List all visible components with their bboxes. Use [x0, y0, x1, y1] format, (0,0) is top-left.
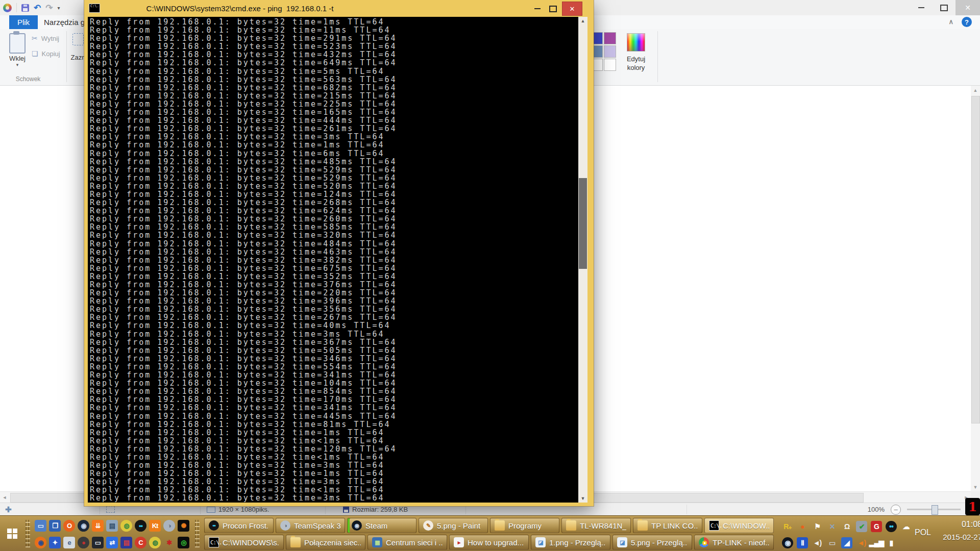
hand-tool-icon[interactable]: ✱	[163, 537, 175, 548]
language-indicator[interactable]: POL	[915, 528, 931, 537]
flag-icon[interactable]: ⚑	[812, 521, 823, 532]
cmd-titlebar[interactable]: C:\. C:\WINDOWS\system32\cmd.exe - ping …	[84, 0, 594, 17]
steam-tray-icon[interactable]: ◉	[782, 537, 793, 548]
record-icon[interactable]: ●	[78, 537, 89, 548]
cmd-body: Reply from 192.168.0.1: bytes=32 time=1m…	[88, 17, 587, 503]
loudness-icon[interactable]: ◄)	[856, 537, 867, 548]
mic-muted-icon[interactable]: ✕	[826, 521, 838, 532]
edit-colors-button[interactable]: Edytuj kolory	[621, 32, 651, 72]
teamspeak-icon[interactable]: ◑	[163, 520, 175, 532]
console-line: Reply from 192.168.0.1: bytes=32 time=44…	[90, 116, 578, 124]
notification-badge[interactable]: 1	[965, 498, 980, 515]
taskbar-button[interactable]: Połączenia siec...	[286, 535, 365, 550]
close-button[interactable]: ✕	[562, 2, 582, 16]
taskbar-button[interactable]: ◪5.png - Przeglą...	[612, 535, 692, 550]
console-output[interactable]: Reply from 192.168.0.1: bytes=32 time=1m…	[88, 17, 578, 503]
scroll-up-icon[interactable]: ▲	[971, 86, 980, 94]
globe-utility-icon[interactable]: ◍	[120, 520, 132, 532]
minimize-button[interactable]	[910, 0, 933, 15]
color-swatch[interactable]	[604, 45, 616, 58]
cut-button[interactable]: ✂ Wytnij	[32, 34, 60, 42]
onedrive-cloud-icon[interactable]: ☁	[900, 521, 912, 532]
zoom-slider-thumb[interactable]	[932, 505, 938, 515]
ribbon-collapse-icon[interactable]: ∧	[948, 18, 953, 26]
ccleaner-icon[interactable]: C	[135, 537, 146, 548]
power-plug-icon[interactable]: ▮	[886, 537, 897, 548]
console-scroll-thumb[interactable]	[579, 178, 587, 269]
paste-button[interactable]: Wklej ▾	[6, 31, 29, 75]
console-scrollbar[interactable]: ▲ ▼	[578, 17, 587, 503]
tab-home[interactable]: Narzędzia głó	[44, 15, 91, 29]
steam-icon[interactable]: ◉	[78, 520, 89, 532]
movie-maker-icon[interactable]: ▤	[106, 520, 118, 532]
toolbar-dropdown-icon[interactable]: ▾	[58, 5, 60, 11]
sync-app-icon[interactable]: Ⅱ	[797, 537, 808, 548]
taskbar-grip[interactable]	[26, 520, 30, 547]
tab-file[interactable]: Plik	[9, 15, 38, 29]
taskbar-button[interactable]: ••Procon Frost...	[204, 518, 274, 533]
help-icon[interactable]: ?	[962, 17, 972, 27]
e-app-icon[interactable]: e	[63, 537, 75, 548]
taskbar-button[interactable]: ◉Steam	[347, 518, 416, 533]
taskbar-button-label: 5.png - Paint	[437, 521, 480, 530]
maximize-button[interactable]	[546, 2, 560, 15]
remote-desktop-icon[interactable]: ▭	[35, 520, 46, 532]
vertical-scrollbar[interactable]: ▲ ▼	[971, 86, 980, 491]
origin-tray-icon[interactable]: ●	[797, 521, 808, 532]
taskbar-button[interactable]: TP LINK CO...	[633, 518, 702, 533]
clock[interactable]: 01:08 2015-02-27	[935, 520, 980, 541]
kt3-icon[interactable]: Kt	[149, 520, 161, 532]
blue-app-icon[interactable]: ✦	[49, 537, 61, 548]
procon-robot-icon[interactable]: ••	[135, 520, 146, 532]
updates-check-icon[interactable]: ✔	[856, 521, 867, 532]
select-button[interactable]: Zazn	[70, 33, 86, 61]
zoom-slider[interactable]	[907, 509, 961, 510]
volume-icon[interactable]: ◄)	[812, 537, 823, 548]
teamviewer-icon[interactable]: ⇄	[106, 537, 118, 548]
taskbar-button-row2: C:\.C:\WINDOWS\s...Połączenia siec...▦Ce…	[204, 535, 774, 550]
firefox-icon[interactable]: ◉	[35, 537, 46, 548]
dolby-icon[interactable]: ◢	[841, 537, 852, 548]
vertical-scroll-thumb[interactable]	[971, 96, 980, 423]
floppy-save-icon[interactable]: ▤	[120, 537, 132, 548]
bell-icon[interactable]: Ω	[841, 521, 852, 532]
procon-tray-icon[interactable]: ••	[886, 521, 897, 532]
gdata-shield-icon[interactable]: G	[871, 521, 882, 532]
color-swatch[interactable]	[604, 59, 616, 71]
taskbar-button[interactable]: ✎5.png - Paint	[419, 518, 488, 533]
fan-tool-icon[interactable]: ✺	[178, 520, 189, 532]
taskbar-button[interactable]: C:\.C:\WINDOW...	[704, 518, 774, 533]
taskbar-button[interactable]: C:\.C:\WINDOWS\s...	[204, 535, 284, 550]
restore-button[interactable]	[933, 0, 955, 15]
zoom-out-button[interactable]: –	[891, 505, 901, 515]
taskbar-button[interactable]: ▸How to upgrad...	[449, 535, 529, 550]
scroll-down-icon[interactable]: ▼	[971, 483, 980, 491]
start-button[interactable]	[7, 529, 18, 539]
r-plus-icon[interactable]: R₊	[782, 521, 793, 532]
media-player-icon[interactable]: ▭	[92, 537, 104, 548]
green-ring-icon[interactable]: ◎	[178, 537, 189, 548]
folders-pair-icon[interactable]: ❐	[49, 520, 61, 532]
scroll-up-icon[interactable]: ▲	[578, 17, 587, 25]
close-button[interactable]: ✕	[955, 0, 980, 15]
globe2-icon[interactable]: ◍	[149, 537, 161, 548]
taskbar-button[interactable]: ◪1.png - Przeglą...	[531, 535, 610, 550]
flashget-icon[interactable]: ⇊	[92, 520, 104, 532]
save-icon[interactable]	[21, 4, 29, 12]
display-icon[interactable]: ▭	[826, 537, 838, 548]
copy-button[interactable]: ❏ Kopiuj	[32, 49, 60, 58]
undo-icon[interactable]: ↶	[34, 4, 41, 12]
taskbar-button[interactable]: Programy	[490, 518, 559, 533]
taskbar-grip[interactable]	[195, 520, 200, 547]
redo-icon[interactable]: ↷	[45, 4, 53, 12]
taskbar-button[interactable]: TL-WR841N_...	[561, 518, 631, 533]
minimize-button[interactable]	[530, 2, 544, 15]
taskbar-button[interactable]: ▦Centrum sieci i ...	[368, 535, 447, 550]
scroll-left-icon[interactable]: ◄	[0, 492, 9, 503]
scroll-down-icon[interactable]: ▼	[578, 494, 587, 503]
network-signal-icon[interactable]: ▂▄▆	[871, 537, 882, 548]
color-swatch[interactable]	[604, 32, 616, 44]
taskbar-button[interactable]: TP-LINK - nieof...	[694, 535, 774, 550]
taskbar-button[interactable]: ◑TeamSpeak 3	[276, 518, 345, 533]
origin-icon[interactable]: O	[63, 520, 75, 532]
